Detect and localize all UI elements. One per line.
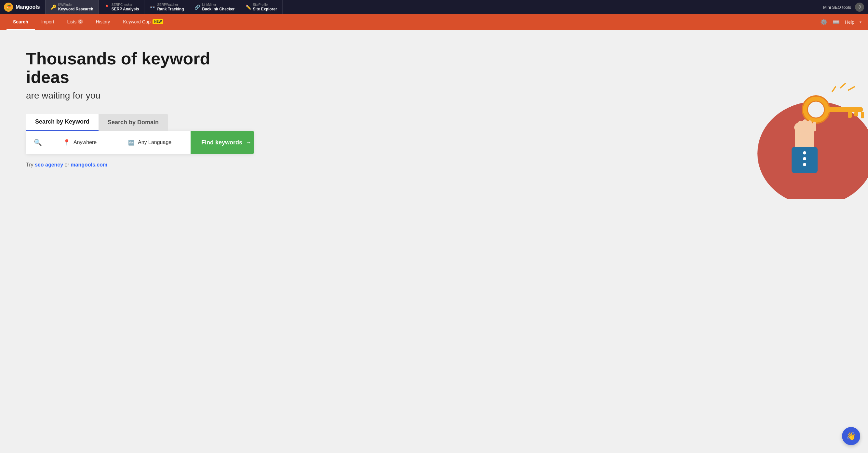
hero-title: Thousands of keyword ideas xyxy=(26,50,254,87)
svg-point-4 xyxy=(803,157,806,160)
search-tabs: Search by Keyword Search by Domain xyxy=(26,114,254,131)
top-navigation: 🥭 Mangools 🔑 KWFinder Keyword Research 📍… xyxy=(0,0,868,14)
svg-rect-18 xyxy=(808,120,812,132)
arrow-right-icon: → xyxy=(246,139,251,146)
suggestion-link-mangools[interactable]: mangools.com xyxy=(70,162,107,168)
siteprofiler-icon: ✏️ xyxy=(246,5,251,10)
lists-count-badge: 0 xyxy=(78,20,83,24)
linkminer-name: Backlink Checker xyxy=(202,7,235,11)
svg-point-3 xyxy=(803,151,806,154)
svg-rect-11 xyxy=(861,112,864,118)
svg-rect-8 xyxy=(827,107,863,112)
svg-rect-9 xyxy=(848,112,852,118)
find-keywords-button[interactable]: Find keywords → xyxy=(191,131,254,154)
settings-icon[interactable]: ⚙️ xyxy=(820,19,827,26)
svg-point-7 xyxy=(807,101,825,118)
svg-rect-19 xyxy=(813,122,816,131)
nav-tool-linkminer[interactable]: 🔗 LinkMiner Backlink Checker xyxy=(189,0,240,14)
svg-line-12 xyxy=(832,87,835,92)
hero-text: Thousands of keyword ideas are waiting f… xyxy=(26,50,254,168)
user-avatar[interactable]: J xyxy=(855,3,864,12)
location-selector[interactable]: 📍 Anywhere xyxy=(54,131,119,154)
search-icon: 🔍 xyxy=(34,139,42,146)
svg-line-13 xyxy=(840,84,845,88)
language-value: Any Language xyxy=(138,140,172,145)
nav-tool-kwfinder[interactable]: 🔑 KWFinder Keyword Research xyxy=(45,0,99,14)
siteprofiler-name: Site Explorer xyxy=(253,7,277,11)
nav-tool-serpchecker[interactable]: 📍 SERPChecker SERP Analysis xyxy=(99,0,145,14)
suggestion-link-seo-agency[interactable]: seo agency xyxy=(35,162,63,168)
svg-rect-16 xyxy=(798,121,802,132)
sub-nav-search[interactable]: Search xyxy=(6,14,35,30)
logo-icon: 🥭 xyxy=(4,3,13,12)
search-bar: 🔍 📍 Anywhere 🔤 Any Language Find keyword… xyxy=(26,131,254,154)
svg-line-14 xyxy=(848,87,854,90)
keyword-gap-new-badge: NEW xyxy=(153,19,163,24)
serpchecker-label: SERPChecker xyxy=(112,3,139,7)
logo[interactable]: 🥭 Mangools xyxy=(4,3,40,12)
linkminer-icon: 🔗 xyxy=(194,5,200,10)
sub-nav-items: Search Import Lists 0 History Keyword Ga… xyxy=(6,14,820,30)
suggestion-separator: or xyxy=(65,162,69,168)
sub-nav-lists[interactable]: Lists 0 xyxy=(61,14,89,30)
svg-rect-17 xyxy=(803,119,807,132)
tab-search-by-keyword[interactable]: Search by Keyword xyxy=(26,114,98,131)
nav-tool-siteprofiler[interactable]: ✏️ SiteProfiler Site Explorer xyxy=(240,0,283,14)
kwfinder-label: KWFinder xyxy=(58,3,93,7)
help-chevron[interactable]: ▾ xyxy=(860,20,862,24)
chat-wave-icon: 👋 xyxy=(846,431,856,441)
nav-tools: 🔑 KWFinder Keyword Research 📍 SERPChecke… xyxy=(45,0,823,14)
language-selector[interactable]: 🔤 Any Language xyxy=(119,131,191,154)
sub-nav-right: ⚙️ ⌨️ Help ▾ xyxy=(820,19,862,26)
sub-nav-keyword-gap[interactable]: Keyword Gap NEW xyxy=(117,14,170,30)
serpwatcher-name: Rank Tracking xyxy=(157,7,184,11)
serpwatcher-icon: 👓 xyxy=(150,5,155,10)
logo-text: Mangools xyxy=(16,4,40,10)
sub-nav-import[interactable]: Import xyxy=(35,14,61,30)
sub-nav-history[interactable]: History xyxy=(89,14,117,30)
svg-rect-10 xyxy=(854,112,858,116)
location-value: Anywhere xyxy=(73,140,97,145)
keyboard-icon[interactable]: ⌨️ xyxy=(833,19,840,26)
help-button[interactable]: Help xyxy=(845,20,854,25)
serpchecker-name: SERP Analysis xyxy=(112,7,139,11)
sub-navigation: Search Import Lists 0 History Keyword Ga… xyxy=(0,14,868,30)
main-content: Thousands of keyword ideas are waiting f… xyxy=(0,30,868,453)
try-suggestions: Try seo agency or mangools.com xyxy=(26,162,254,168)
mini-seo-tools[interactable]: Mini SEO tools xyxy=(823,5,851,10)
language-icon: 🔤 xyxy=(128,140,135,146)
serpwatcher-label: SERPWatcher xyxy=(157,3,184,7)
kwfinder-name: Keyword Research xyxy=(58,7,93,11)
siteprofiler-label: SiteProfiler xyxy=(253,3,277,7)
svg-point-5 xyxy=(803,163,806,166)
find-keywords-label: Find keywords xyxy=(201,139,242,146)
try-prefix: Try xyxy=(26,162,33,168)
nav-tool-serpwatcher[interactable]: 👓 SERPWatcher Rank Tracking xyxy=(145,0,189,14)
hero-illustration xyxy=(732,50,868,199)
hero-subtitle: are waiting for you xyxy=(26,90,254,101)
kwfinder-icon: 🔑 xyxy=(51,5,56,10)
nav-right: Mini SEO tools J xyxy=(823,3,864,12)
linkminer-label: LinkMiner xyxy=(202,3,235,7)
location-pin-icon: 📍 xyxy=(63,139,70,146)
keyword-input-section: 🔍 xyxy=(26,131,54,154)
chat-widget[interactable]: 👋 xyxy=(842,427,860,445)
tab-search-by-domain[interactable]: Search by Domain xyxy=(98,114,168,131)
serpchecker-icon: 📍 xyxy=(104,5,110,10)
